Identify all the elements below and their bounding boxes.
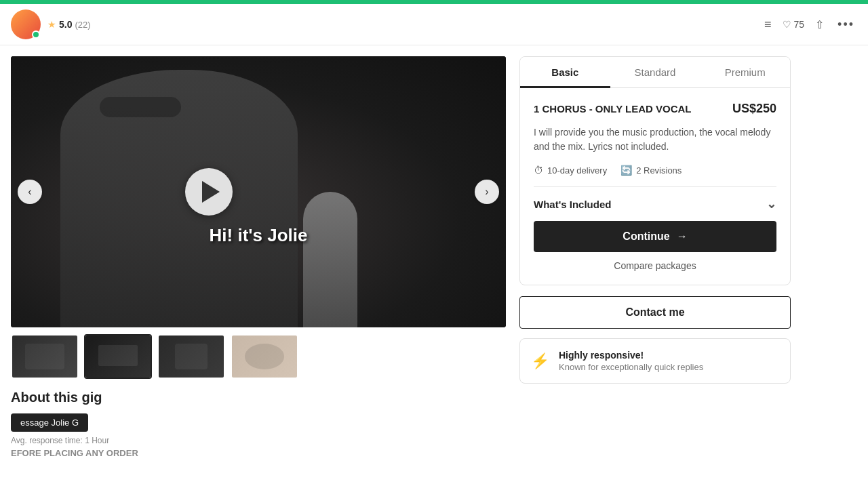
response-meta: Avg. response time: 1 Hour <box>11 436 109 445</box>
play-triangle-icon <box>202 181 220 203</box>
thumbnail-1[interactable] <box>11 334 79 379</box>
gallery-main: Hi! it's Jolie ‹ › <box>11 56 506 327</box>
delivery-meta: ⏱ 10-day delivery <box>534 165 607 176</box>
share-button[interactable]: ⇧ <box>812 16 827 34</box>
package-price: US$250 <box>732 102 776 116</box>
thumb-4-content <box>245 344 284 369</box>
continue-button[interactable]: Continue → <box>534 221 776 252</box>
tab-premium[interactable]: Premium <box>700 57 790 87</box>
likes-count: 75 <box>794 19 805 30</box>
package-card: Basic Standard Premium 1 CHORUS - ONLY L… <box>519 56 791 285</box>
thumbnail-3[interactable] <box>157 334 225 379</box>
tab-standard-label: Standard <box>635 66 676 78</box>
avatar-wrap <box>11 9 41 39</box>
star-icon: ★ <box>47 19 56 30</box>
responsive-text: Highly responsive! Known for exceptional… <box>559 350 703 372</box>
thumb-3-content <box>175 344 208 369</box>
share-icon: ⇧ <box>815 18 824 31</box>
package-tabs: Basic Standard Premium <box>520 57 790 88</box>
headphones-shape <box>100 97 181 117</box>
more-icon: ••• <box>837 18 854 32</box>
about-title: About this gig <box>11 390 506 405</box>
chevron-right-icon: › <box>485 186 488 198</box>
thumbnail-4[interactable] <box>231 334 298 379</box>
prev-arrow-button[interactable]: ‹ <box>18 180 42 204</box>
about-section: About this gig essage Jolie G Avg. respo… <box>11 390 506 458</box>
package-title: 1 CHORUS - ONLY LEAD VOCAL <box>534 103 692 115</box>
thumbnail-2[interactable] <box>84 334 152 379</box>
continue-label: Continue <box>623 230 669 243</box>
play-button[interactable] <box>185 168 233 216</box>
menu-icon: ≡ <box>764 18 772 32</box>
video-still: Hi! it's Jolie <box>11 56 506 327</box>
package-body: 1 CHORUS - ONLY LEAD VOCAL US$250 I will… <box>520 88 790 285</box>
main-content: Hi! it's Jolie ‹ › <box>0 45 868 488</box>
more-options-button[interactable]: ••• <box>835 15 857 35</box>
heart-icon: ♡ <box>783 19 791 30</box>
revisions-label: 2 Revisions <box>636 165 682 176</box>
delivery-label: 10-day delivery <box>547 165 607 176</box>
left-column: Hi! it's Jolie ‹ › <box>11 56 506 483</box>
thumb-1-content <box>25 344 64 369</box>
header-strip: ★ 5.0 (22) ≡ ♡ 75 ⇧ ••• <box>0 4 868 45</box>
mic-shape <box>303 192 357 327</box>
package-meta: ⏱ 10-day delivery 🔄 2 Revisions <box>534 165 776 176</box>
clock-icon: ⏱ <box>534 165 543 176</box>
continue-arrow-icon: → <box>677 230 688 243</box>
responsive-badge: ⚡ Highly responsive! Known for exception… <box>519 338 791 384</box>
lightning-icon: ⚡ <box>531 352 549 370</box>
notice-text: EFORE PLACING ANY ORDER <box>11 448 506 458</box>
whats-included-toggle[interactable]: What's Included ⌄ <box>534 186 776 221</box>
contact-button[interactable]: Contact me <box>519 296 791 329</box>
about-meta-row: essage Jolie G <box>11 409 506 432</box>
package-header: 1 CHORUS - ONLY LEAD VOCAL US$250 <box>534 102 776 116</box>
responsive-subtitle: Known for exceptionally quick replies <box>559 362 703 372</box>
refresh-icon: 🔄 <box>620 165 632 176</box>
menu-icon-button[interactable]: ≡ <box>762 15 774 35</box>
likes-badge: ♡ 75 <box>783 19 805 30</box>
next-arrow-button[interactable]: › <box>475 180 499 204</box>
video-overlay-text: Hi! it's Jolie <box>210 225 308 246</box>
rating-wrap: ★ 5.0 (22) <box>47 19 91 30</box>
tab-standard[interactable]: Standard <box>610 57 701 87</box>
compare-packages-link[interactable]: Compare packages <box>534 260 776 271</box>
thumbnail-strip <box>11 334 506 379</box>
tab-basic-label: Basic <box>551 66 578 78</box>
package-description: I will provide you the music production,… <box>534 125 776 154</box>
message-button[interactable]: essage Jolie G <box>11 413 88 432</box>
review-count: (22) <box>75 20 90 30</box>
responsive-title: Highly responsive! <box>559 350 703 361</box>
rating-value: 5.0 <box>59 19 72 30</box>
header-actions: ≡ ♡ 75 ⇧ ••• <box>762 15 857 35</box>
tab-basic[interactable]: Basic <box>520 57 610 87</box>
chevron-left-icon: ‹ <box>28 186 31 198</box>
online-indicator <box>32 30 40 39</box>
chevron-down-icon: ⌄ <box>766 197 776 211</box>
right-column: Basic Standard Premium 1 CHORUS - ONLY L… <box>519 56 791 483</box>
whats-included-label: What's Included <box>534 199 611 210</box>
thumb-2-content <box>98 345 138 366</box>
tab-premium-label: Premium <box>725 66 766 78</box>
message-label: essage Jolie G <box>20 418 79 428</box>
revisions-meta: 🔄 2 Revisions <box>620 165 682 176</box>
about-meta: Avg. response time: 1 Hour <box>11 436 506 445</box>
